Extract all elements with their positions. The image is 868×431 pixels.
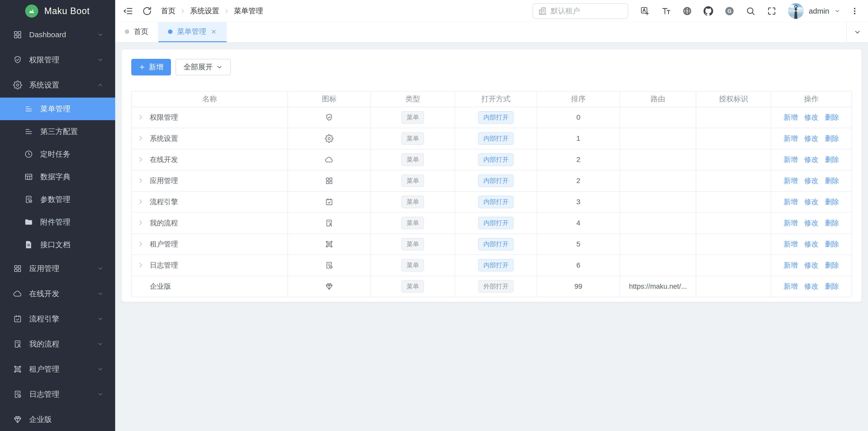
globe-icon[interactable] bbox=[682, 6, 692, 16]
expand-row-icon[interactable] bbox=[137, 114, 144, 120]
my-flow-icon bbox=[13, 339, 22, 348]
row-delete-link[interactable]: 删除 bbox=[825, 114, 839, 121]
expand-row-icon[interactable] bbox=[137, 262, 144, 268]
breadcrumb-system[interactable]: 系统设置 bbox=[190, 6, 219, 16]
sidebar-item-应用管理[interactable]: 应用管理 bbox=[0, 256, 115, 281]
sidebar-item-权限管理[interactable]: 权限管理 bbox=[0, 47, 115, 72]
svg-text:G: G bbox=[727, 8, 732, 14]
column-header: 操作 bbox=[771, 91, 851, 107]
diamond-icon bbox=[13, 415, 22, 424]
expand-all-button[interactable]: 全部展开 bbox=[176, 59, 231, 75]
row-edit-link[interactable]: 修改 bbox=[804, 114, 818, 121]
tenant-select[interactable] bbox=[533, 3, 628, 19]
row-add-link[interactable]: 新增 bbox=[784, 134, 798, 142]
row-edit-link[interactable]: 修改 bbox=[804, 282, 818, 290]
github-icon[interactable] bbox=[704, 6, 713, 16]
sidebar-item-数据字典[interactable]: 数据字典 bbox=[0, 165, 115, 188]
sidebar-item-参数管理[interactable]: 参数管理 bbox=[0, 188, 115, 211]
tab-home[interactable]: 首页 bbox=[115, 22, 158, 42]
fullscreen-icon[interactable] bbox=[767, 6, 776, 16]
column-header: 排序 bbox=[537, 91, 620, 107]
row-add-link[interactable]: 新增 bbox=[784, 261, 798, 269]
tab-options-button[interactable] bbox=[846, 22, 868, 42]
close-icon[interactable] bbox=[211, 29, 217, 35]
expand-row-icon[interactable] bbox=[137, 198, 144, 205]
translate-icon[interactable] bbox=[640, 6, 650, 16]
row-delete-link[interactable]: 删除 bbox=[825, 282, 839, 290]
chevron-down-icon bbox=[97, 366, 103, 372]
table-row: 权限管理 菜单 内部打开 0 新增修改删除 bbox=[131, 107, 851, 128]
username: admin bbox=[809, 7, 829, 16]
chevron-up-icon bbox=[97, 82, 103, 88]
menu-name: 应用管理 bbox=[150, 177, 178, 185]
route-value bbox=[620, 255, 696, 276]
header-actions: G bbox=[640, 6, 776, 16]
refresh-icon[interactable] bbox=[142, 6, 152, 17]
collapse-sidebar-icon[interactable] bbox=[123, 6, 133, 17]
gitee-icon[interactable]: G bbox=[725, 6, 734, 16]
sidebar-item-我的流程[interactable]: 我的流程 bbox=[0, 332, 115, 357]
breadcrumb-home[interactable]: 首页 bbox=[161, 6, 176, 16]
tenant-icon bbox=[325, 240, 334, 248]
chevron-down-icon bbox=[97, 57, 103, 63]
row-add-link[interactable]: 新增 bbox=[784, 198, 798, 206]
row-edit-link[interactable]: 修改 bbox=[804, 134, 818, 142]
sidebar-item-第三方配置[interactable]: 第三方配置 bbox=[0, 120, 115, 143]
auth-value bbox=[696, 255, 771, 276]
expand-row-icon[interactable] bbox=[137, 177, 144, 184]
row-add-link[interactable]: 新增 bbox=[784, 282, 798, 290]
row-add-link[interactable]: 新增 bbox=[784, 219, 798, 227]
open-mode-tag: 内部打开 bbox=[478, 111, 514, 124]
expand-row-icon[interactable] bbox=[137, 219, 144, 226]
row-delete-link[interactable]: 删除 bbox=[825, 156, 839, 163]
tenant-icon bbox=[13, 365, 22, 374]
row-add-link[interactable]: 新增 bbox=[784, 177, 798, 185]
row-edit-link[interactable]: 修改 bbox=[804, 219, 818, 227]
user-menu[interactable]: admin bbox=[788, 3, 840, 19]
expand-row-icon[interactable] bbox=[137, 241, 144, 247]
more-vertical-icon[interactable] bbox=[850, 6, 859, 16]
row-delete-link[interactable]: 删除 bbox=[825, 261, 839, 269]
row-delete-link[interactable]: 删除 bbox=[825, 134, 839, 142]
expand-row-icon[interactable] bbox=[137, 135, 144, 142]
sidebar-item-系统设置[interactable]: 系统设置 bbox=[0, 72, 115, 98]
row-actions: 新增修改删除 bbox=[771, 213, 851, 234]
open-mode-tag: 内部打开 bbox=[478, 217, 514, 229]
row-delete-link[interactable]: 删除 bbox=[825, 240, 839, 248]
auth-value bbox=[696, 234, 771, 255]
add-button[interactable]: 新增 bbox=[131, 59, 171, 75]
sidebar-item-租户管理[interactable]: 租户管理 bbox=[0, 357, 115, 382]
sidebar-item-日志管理[interactable]: 日志管理 bbox=[0, 382, 115, 407]
tab-menu-management[interactable]: 菜单管理 bbox=[158, 22, 227, 42]
row-delete-link[interactable]: 删除 bbox=[825, 177, 839, 185]
sidebar-item-在线开发[interactable]: 在线开发 bbox=[0, 281, 115, 306]
cloud-icon bbox=[13, 289, 22, 298]
row-actions: 新增修改删除 bbox=[771, 149, 851, 170]
row-add-link[interactable]: 新增 bbox=[784, 114, 798, 121]
row-edit-link[interactable]: 修改 bbox=[804, 261, 818, 269]
sidebar-item-流程引擎[interactable]: 流程引擎 bbox=[0, 306, 115, 332]
column-header: 名称 bbox=[131, 91, 288, 107]
sidebar-item-定时任务[interactable]: 定时任务 bbox=[0, 143, 115, 165]
auth-value bbox=[696, 213, 771, 234]
row-edit-link[interactable]: 修改 bbox=[804, 156, 818, 163]
row-add-link[interactable]: 新增 bbox=[784, 156, 798, 163]
row-edit-link[interactable]: 修改 bbox=[804, 240, 818, 248]
font-size-icon[interactable] bbox=[661, 6, 671, 16]
search-icon[interactable] bbox=[746, 6, 755, 16]
tenant-input[interactable] bbox=[551, 7, 623, 15]
expand-row-icon[interactable] bbox=[137, 156, 144, 163]
sidebar-item-接口文档[interactable]: 接口文档 bbox=[0, 233, 115, 256]
type-tag: 菜单 bbox=[401, 217, 424, 229]
row-edit-link[interactable]: 修改 bbox=[804, 198, 818, 206]
sidebar-item-Dashboard[interactable]: Dashboard bbox=[0, 22, 115, 47]
sidebar-item-企业版[interactable]: 企业版 bbox=[0, 407, 115, 431]
tab-label: 首页 bbox=[134, 27, 148, 37]
sidebar: Maku Boot Dashboard 权限管理 系统设置 菜单管理 第三方配置… bbox=[0, 0, 115, 431]
sidebar-item-附件管理[interactable]: 附件管理 bbox=[0, 211, 115, 233]
row-add-link[interactable]: 新增 bbox=[784, 240, 798, 248]
sidebar-item-菜单管理[interactable]: 菜单管理 bbox=[0, 98, 115, 120]
row-edit-link[interactable]: 修改 bbox=[804, 177, 818, 185]
row-delete-link[interactable]: 删除 bbox=[825, 198, 839, 206]
row-delete-link[interactable]: 删除 bbox=[825, 219, 839, 227]
